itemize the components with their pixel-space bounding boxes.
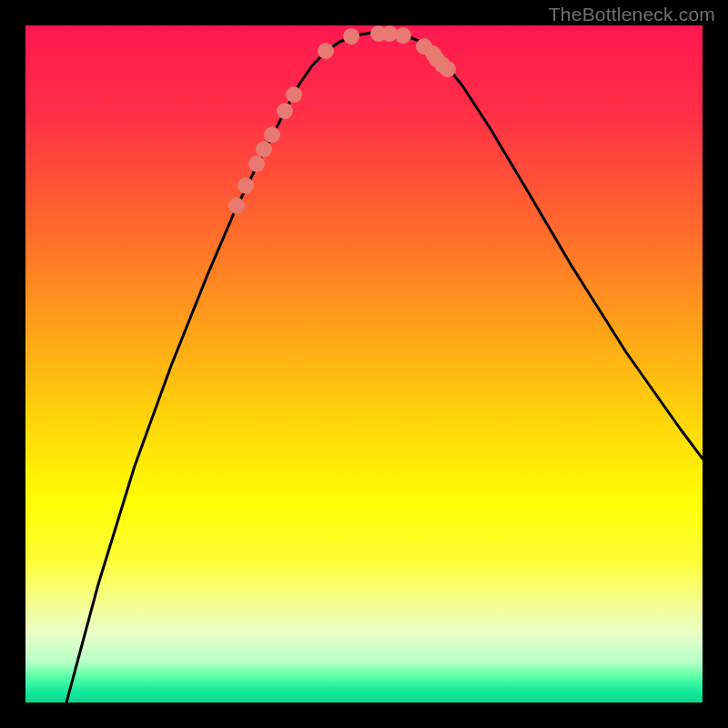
data-point: [277, 103, 293, 119]
data-point: [228, 197, 245, 214]
watermark-text: TheBottleneck.com: [549, 4, 715, 25]
data-point: [286, 86, 302, 103]
data-point: [248, 156, 265, 172]
plot-area: [25, 25, 703, 703]
data-point: [256, 141, 272, 157]
data-point: [318, 43, 334, 59]
data-point: [343, 28, 359, 45]
data-point: [238, 177, 254, 194]
curve-layer: [25, 25, 703, 703]
highlighted-points: [228, 25, 456, 214]
bottleneck-curve: [66, 33, 703, 703]
data-point: [440, 61, 456, 77]
chart-frame: TheBottleneck.com: [0, 0, 728, 728]
data-point: [395, 27, 411, 44]
data-point: [264, 126, 280, 143]
